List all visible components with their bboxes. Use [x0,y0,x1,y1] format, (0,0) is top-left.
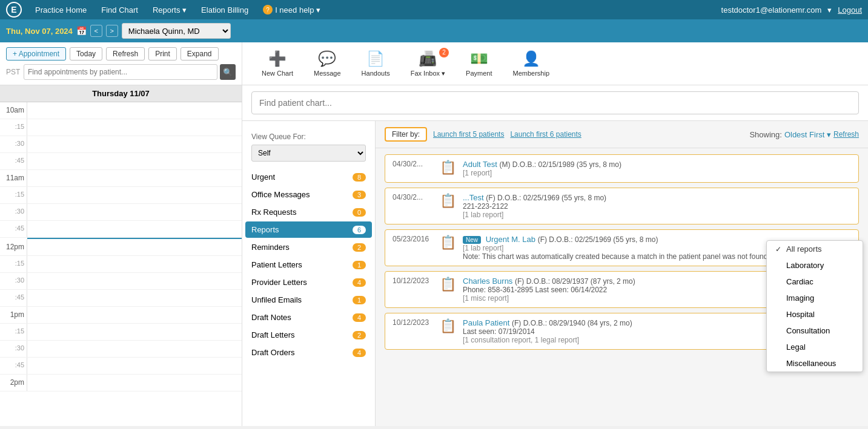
print-button[interactable]: Print [148,47,177,61]
patient-name-link[interactable]: ...Test [463,193,484,202]
queue-item-provider-letters[interactable]: Provider Letters 4 [242,274,375,290]
user-email[interactable]: testdoctor1@elationemr.com [721,5,822,15]
nav-practice-home[interactable]: Practice Home [29,3,93,17]
queue-item-draft-notes[interactable]: Draft Notes 4 [242,309,375,326]
filter-option-label: Laboratory [786,261,824,270]
time-slot-area[interactable] [27,290,242,306]
time-label: 11am [0,170,27,186]
queue-sidebar: View Queue For: Self Urgent 8 Office Mes… [242,121,376,426]
nav-find-chart[interactable]: Find Chart [95,3,144,17]
time-slot-area[interactable] [27,239,242,255]
filter-imaging[interactable]: Imaging [767,290,863,306]
filter-by-button[interactable]: Filter by: [385,127,427,142]
today-button[interactable]: Today [70,47,102,61]
time-slot-area[interactable] [27,273,242,289]
filter-option-label: Imaging [786,293,814,303]
queue-item-draft-orders[interactable]: Draft Orders 4 [242,344,375,361]
time-slot-area[interactable] [27,375,242,391]
time-slot-area[interactable] [27,307,242,323]
appointment-search-input[interactable] [24,64,217,80]
filter-cardiac[interactable]: Cardiac [767,273,863,290]
filter-legal[interactable]: Legal [767,339,863,355]
view-queue-select[interactable]: Self [251,145,366,162]
refresh-button[interactable]: Refresh [106,47,145,61]
queue-item-rx-requests[interactable]: Rx Requests 0 [242,204,375,220]
doctor-select[interactable]: Michaela Quinn, MD [122,23,231,39]
handouts-button[interactable]: 📄 Handouts [354,47,397,80]
time-slot-area[interactable] [27,324,242,340]
time-label: :45 [0,290,27,306]
time-slot-area[interactable] [27,187,242,203]
fax-inbox-label: Fax Inbox ▾ [411,70,445,77]
patient-report: [1 report] [463,169,851,177]
message-button[interactable]: 💬 Message [306,47,348,80]
queue-item-reports[interactable]: Reports 6 [245,221,372,238]
launch-5-patients-button[interactable]: Launch first 5 patients [433,130,504,139]
time-slot-area[interactable] [27,221,242,237]
queue-item-patient-letters[interactable]: Patient Letters 1 [242,257,375,273]
patient-name-link[interactable]: Adult Test [463,160,497,169]
time-slot-area[interactable] [27,153,242,169]
message-icon: 💬 [318,50,336,67]
filter-consultation[interactable]: Consultation [767,323,863,339]
new-chart-button[interactable]: ➕ New Chart [254,47,300,80]
queue-item-office-messages[interactable]: Office Messages 3 [242,186,375,203]
time-label: 1pm [0,307,27,323]
time-label: :15 [0,187,27,203]
nav-help[interactable]: ? I need help ▾ [257,2,326,17]
time-slots-container[interactable]: 10am :15 :30 :45 11am :15 [0,102,242,426]
top-navigation: E Practice Home Find Chart Reports ▾ Ela… [0,0,868,19]
filter-laboratory[interactable]: Laboratory [767,257,863,273]
current-date: Thu, Nov 07, 2024 [6,27,73,36]
filter-all-reports[interactable]: ✓ All reports [767,241,863,257]
fax-inbox-icon: 📠 [419,50,437,67]
time-label: :45 [0,153,27,169]
appointment-controls: + Appointment Today Refresh Print Expand… [0,42,242,85]
filter-hospital[interactable]: Hospital [767,306,863,323]
time-slot-area[interactable] [27,119,242,136]
membership-icon: 👤 [522,50,540,67]
patient-card: 04/30/2... 📋 ...Test (F) D.O.B.: 02/25/1… [385,188,859,224]
queue-item-unfiled-emails[interactable]: Unfiled Emails 1 [242,292,375,308]
fax-inbox-button[interactable]: 📠 2 Fax Inbox ▾ [403,47,452,81]
secondary-toolbar: Thu, Nov 07, 2024 📅 < > Michaela Quinn, … [0,19,868,42]
filter-option-label: Hospital [786,310,815,319]
expand-button[interactable]: Expand [181,47,219,61]
queue-item-draft-letters[interactable]: Draft Letters 2 [242,327,375,343]
sort-select[interactable]: Oldest First ▾ [784,130,831,139]
new-chart-label: New Chart [262,70,293,77]
calendar-icon[interactable]: 📅 [76,26,87,36]
add-appointment-button[interactable]: + Appointment [6,47,66,61]
patient-name-link[interactable]: Paula Patient [463,318,509,327]
elation-logo: E [6,2,22,18]
next-day-button[interactable]: > [106,25,118,37]
time-slot-area[interactable] [27,358,242,374]
nav-reports[interactable]: Reports ▾ [147,3,193,17]
queue-item-reminders[interactable]: Reminders 2 [242,239,375,255]
chart-search-input[interactable] [251,91,859,114]
time-slot-area[interactable] [27,102,242,119]
time-label: :30 [0,273,27,289]
logout-button[interactable]: Logout [838,5,862,15]
time-slot-area[interactable] [27,170,242,186]
queue-count-office-messages: 3 [353,191,366,199]
time-slot-area[interactable] [27,204,242,220]
time-slot-area[interactable] [27,341,242,357]
patient-name-link[interactable]: Charles Burns [463,277,512,286]
queue-count-provider-letters: 4 [353,278,366,287]
appointment-search-button[interactable]: 🔍 [220,64,236,80]
time-slot-area[interactable] [27,256,242,272]
queue-count-patient-letters: 1 [353,261,366,269]
launch-6-patients-button[interactable]: Launch first 6 patients [510,130,581,139]
patient-name-link[interactable]: Urgent M. Lab [486,235,535,244]
nav-elation-billing[interactable]: Elation Billing [195,3,254,17]
payment-button[interactable]: 💵 Payment [459,47,499,80]
queue-item-urgent[interactable]: Urgent 8 [242,169,375,185]
reports-refresh-button[interactable]: Refresh [833,130,859,139]
membership-button[interactable]: 👤 Membership [505,47,557,80]
prev-day-button[interactable]: < [90,25,102,37]
filter-miscellaneous[interactable]: Miscellaneous [767,355,863,372]
time-label: 12pm [0,239,27,255]
time-slot-area[interactable] [27,136,242,152]
queue-content: Filter by: Launch first 5 patients Launc… [376,121,868,426]
